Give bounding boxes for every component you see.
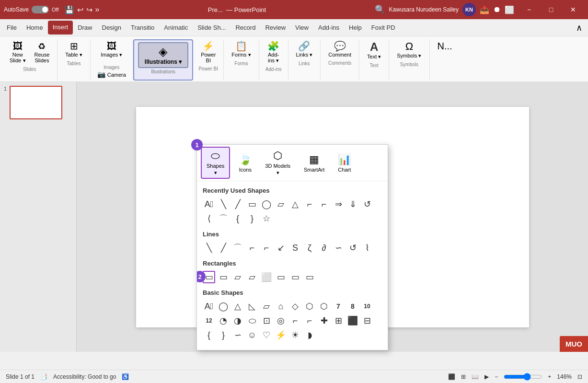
menu-home[interactable]: Home [22, 21, 48, 34]
shape-snip2[interactable]: ⌐ [318, 198, 330, 210]
zoom-in-icon[interactable]: + [548, 373, 551, 380]
line-elbow2[interactable]: ⌐ [246, 242, 258, 254]
comment-button[interactable]: 💬 Comment [324, 39, 355, 59]
basic-8[interactable]: 8 [346, 300, 359, 313]
shapes-tool-button[interactable]: ⬭ Shapes ▾ [201, 147, 230, 179]
reuse-slides-button[interactable]: ♻ ReuseSlides [31, 40, 54, 65]
shape-arrow-right[interactable]: ⇒ [332, 198, 345, 210]
table-button[interactable]: ⊞ Table ▾ [61, 39, 86, 60]
menu-slideshow[interactable]: Slide Sh... [193, 21, 231, 34]
more-icon[interactable]: » [95, 5, 100, 14]
undo-icon[interactable]: ↩ [77, 5, 83, 14]
chart-tool-button[interactable]: 📊 Chart [333, 151, 356, 174]
symbols-button[interactable]: Ω Symbols ▾ [393, 39, 425, 61]
basic-cross[interactable]: ⊞ [332, 314, 345, 327]
smartart-tool-button[interactable]: ▦ SmartArt [299, 151, 329, 174]
basic-snip[interactable]: ⌐ [289, 314, 301, 327]
basic-heart[interactable]: ♡ [260, 329, 273, 341]
line-squiggle[interactable]: ∂ [318, 242, 330, 254]
3d-models-tool-button[interactable]: ⬡ 3D Models ▾ [260, 148, 295, 178]
basic-lightning[interactable]: ⚡ [275, 329, 287, 341]
slide-preview[interactable] [10, 86, 62, 119]
basic-moon[interactable]: ◗ [303, 329, 316, 341]
shape-arrow-down[interactable]: ⇓ [346, 198, 359, 210]
basic-subtract[interactable]: ⊟ [361, 314, 373, 327]
view-slide-sorter-icon[interactable]: ⊞ [461, 373, 466, 380]
basic-donut[interactable]: ◎ [275, 314, 287, 327]
basic-7[interactable]: 7 [332, 300, 345, 313]
fit-zoom-icon[interactable]: ⊡ [577, 373, 582, 380]
ribbon-collapse-button[interactable]: ∧ [572, 23, 586, 33]
shape-brace-left[interactable]: { [231, 212, 244, 225]
menu-help[interactable]: Help [344, 21, 367, 34]
camera-button[interactable]: 📷 Camera [94, 70, 129, 79]
basic-chord[interactable]: ⬭ [246, 314, 258, 327]
search-icon[interactable]: 🔍 [375, 4, 385, 15]
more-button[interactable]: N... [434, 39, 456, 53]
basic-frame[interactable]: ⊡ [260, 314, 273, 327]
basic-pie[interactable]: ◔ [217, 314, 230, 327]
new-slide-button[interactable]: 🖼 NewSlide ▾ [6, 39, 30, 66]
basic-oval[interactable]: ◯ [217, 300, 230, 313]
menu-addins[interactable]: Add-ins [313, 21, 344, 34]
line-spiral[interactable]: ↺ [346, 242, 359, 254]
basic-wave[interactable]: ∽ [231, 329, 244, 341]
zoom-slider[interactable] [504, 373, 542, 381]
shape-star[interactable]: ☆ [260, 212, 273, 225]
save-icon[interactable]: 💾 [65, 5, 74, 14]
menu-view[interactable]: View [290, 21, 313, 34]
basic-sun[interactable]: ☀ [289, 329, 301, 341]
basic-triangle[interactable]: △ [231, 300, 244, 313]
basic-parallelogram[interactable]: ▱ [260, 300, 273, 313]
rect-rounded[interactable]: ▭ [217, 271, 230, 283]
minimize-button[interactable]: − [518, 2, 540, 17]
menu-file[interactable]: File [2, 21, 22, 34]
basic-snip2[interactable]: ⌐ [303, 314, 316, 327]
line-curve[interactable]: ↙ [275, 242, 287, 254]
close-button[interactable]: ✕ [562, 2, 584, 17]
basic-hexagon[interactable]: ⬡ [303, 300, 316, 313]
menu-record[interactable]: Record [231, 21, 260, 34]
powerbi-button[interactable]: ⚡ PowerBI [197, 39, 219, 65]
menu-review[interactable]: Review [260, 21, 290, 34]
redo-icon[interactable]: ↪ [86, 5, 92, 14]
view-reading-icon[interactable]: 📖 [472, 373, 479, 380]
shape-line[interactable]: ╲ [217, 198, 230, 210]
basic-smiley[interactable]: ☺ [246, 329, 258, 341]
basic-12[interactable]: 12 [203, 314, 215, 327]
line-straight[interactable]: ╲ [203, 242, 215, 254]
rect-round-single[interactable]: ▭ [275, 271, 287, 283]
view-normal-icon[interactable]: ⬛ [448, 373, 455, 380]
icons-tool-button[interactable]: 🍃 Icons [234, 151, 256, 174]
rect-snip-diagonal[interactable]: ⬜ [260, 271, 273, 283]
shape-rect[interactable]: ▭ [246, 198, 258, 210]
shape-snip[interactable]: ⌐ [303, 198, 316, 210]
shape-text-box[interactable]: A⃞ [203, 198, 215, 210]
basic-trapezoid[interactable]: ⌂ [275, 300, 287, 313]
menu-foxit[interactable]: Foxit PD [367, 21, 400, 34]
present-icon[interactable]: ⬜ [505, 5, 514, 14]
shape-parallelogram[interactable]: ▱ [275, 198, 287, 210]
basic-brace-r[interactable]: } [217, 329, 230, 341]
maximize-button[interactable]: □ [540, 2, 562, 17]
menu-insert[interactable]: Insert [48, 21, 73, 35]
line-elbow[interactable]: ⌒ [231, 242, 244, 254]
menu-transitions[interactable]: Transitio [126, 21, 159, 34]
shape-line2[interactable]: ╱ [231, 198, 244, 210]
addins-button[interactable]: 🧩 Add-ins ▾ [263, 39, 284, 66]
menu-animations[interactable]: Animatic [159, 21, 193, 34]
line-straight2[interactable]: ╱ [217, 242, 230, 254]
record-icon[interactable]: ⏺ [493, 5, 501, 14]
shape-oval[interactable]: ◯ [260, 198, 273, 210]
shape-arc[interactable]: ⌒ [217, 212, 230, 225]
forms-button[interactable]: 📋 Forms ▾ [228, 39, 254, 60]
line-elbow3[interactable]: ⌐ [260, 242, 273, 254]
window-controls[interactable]: − □ ✕ [518, 2, 584, 17]
links-button[interactable]: 🔗 Links ▾ [292, 39, 317, 60]
avatar[interactable]: KN [462, 3, 476, 16]
illustrations-button[interactable]: ◈ Illustrations ▾ [138, 42, 188, 68]
menu-draw[interactable]: Draw [73, 21, 97, 34]
rect-snip-same[interactable]: ▱ [246, 271, 258, 283]
shape-triangle[interactable]: △ [289, 198, 301, 210]
rect-round-diagonal[interactable]: ▭ [303, 271, 316, 283]
